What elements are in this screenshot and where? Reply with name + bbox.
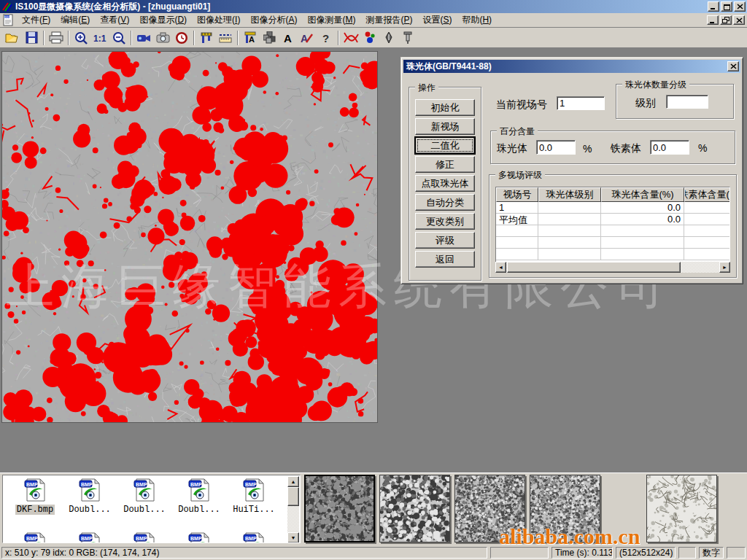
menu-view[interactable]: 查看(V)	[95, 12, 134, 28]
file-item-partial[interactable]: BMP	[9, 532, 61, 543]
file-item[interactable]: BMPDKF.bmp	[9, 478, 61, 515]
menu-settings[interactable]: 设置(S)	[417, 12, 457, 28]
menu-edit[interactable]: 编辑(E)	[55, 12, 95, 28]
help-button[interactable]: ?	[317, 29, 336, 47]
save-icon	[26, 31, 38, 44]
open-folder-icon	[5, 32, 20, 44]
scroll-right-button[interactable]: ►	[719, 262, 730, 273]
workspace: 上海巨缘智能系统有限公司 珠光体(GB/T9441-88) 操作 初始化 新视场…	[0, 48, 747, 472]
level-input[interactable]	[666, 95, 708, 109]
correct-button[interactable]: 修正	[415, 156, 475, 173]
pearlite-label: 珠光体	[497, 142, 527, 155]
table-row[interactable]: 1 0.0	[496, 202, 729, 214]
cell-grade	[538, 202, 601, 214]
save-button[interactable]	[22, 29, 41, 47]
photo-capture-button[interactable]	[153, 29, 172, 47]
annotate-tool-button[interactable]: A	[298, 29, 317, 47]
clock-icon	[175, 31, 188, 44]
thumbnail-5[interactable]	[646, 475, 717, 542]
col-ferrite-content[interactable]: 铁素体含量(%)	[684, 187, 730, 202]
menu-image-display[interactable]: 图像显示(D)	[134, 12, 192, 28]
scroll-down-button[interactable]: ▼	[287, 532, 299, 543]
menu-help[interactable]: 帮助(H)	[457, 12, 497, 28]
svg-text:BMP: BMP	[190, 536, 202, 541]
scroll-left-button[interactable]: ◄	[495, 262, 506, 273]
thumbnail-3[interactable]	[454, 475, 525, 542]
caliper-measure-button[interactable]	[197, 29, 216, 47]
mdi-minimize-button[interactable]	[707, 15, 719, 25]
table-row-empty	[496, 237, 729, 249]
bmp-file-icon: BMP	[241, 478, 266, 502]
file-item[interactable]: BMPHuiTi...	[228, 478, 280, 515]
col-field-number[interactable]: 视场号	[496, 187, 538, 202]
mdi-restore-button[interactable]	[720, 15, 732, 25]
file-browser-scrollbar[interactable]: ▲ ▼	[287, 476, 299, 543]
fill-tool-button[interactable]	[398, 29, 417, 47]
dialog-title-bar[interactable]: 珠光体(GB/T9441-88)	[403, 60, 740, 73]
pick-pearlite-button[interactable]: 点取珠光体	[415, 175, 475, 192]
file-name[interactable]: Doubl...	[177, 505, 222, 515]
zoom-in-button[interactable]	[71, 29, 90, 47]
file-item[interactable]: BMPDoubl...	[63, 478, 116, 515]
mdi-close-button[interactable]	[733, 15, 745, 25]
menu-file[interactable]: 文件(F)	[17, 12, 55, 28]
minimize-button[interactable]	[708, 1, 719, 12]
close-button[interactable]	[734, 1, 746, 12]
thumbnail-4[interactable]	[530, 475, 600, 542]
file-item-partial[interactable]: BMP	[63, 532, 116, 543]
merge-pattern-button[interactable]	[260, 29, 279, 47]
col-pearlite-grade[interactable]: 珠光体级别	[538, 187, 601, 202]
dialog-close-button[interactable]	[727, 61, 739, 71]
change-category-button[interactable]: 更改类别	[415, 213, 475, 230]
file-item-partial[interactable]: BMP	[173, 532, 225, 543]
rate-button[interactable]: 评级	[415, 232, 475, 249]
menu-image-processing[interactable]: 图像处理(I)	[192, 12, 245, 28]
file-name[interactable]: Doubl...	[122, 505, 167, 515]
col-pearlite-content[interactable]: 珠光体含量(%)	[601, 187, 684, 202]
particle-count-button[interactable]	[360, 29, 379, 47]
open-button[interactable]	[3, 29, 22, 47]
ferrite-percent-input[interactable]	[650, 140, 689, 155]
file-item[interactable]: BMPDoubl...	[118, 478, 171, 515]
actual-size-button[interactable]: 1:1	[90, 29, 109, 47]
current-field-input[interactable]	[557, 96, 605, 110]
file-item-partial[interactable]: BMP	[228, 532, 280, 543]
multi-field-table[interactable]: 视场号 珠光体级别 珠光体含量(%) 铁素体含量(%) 1 0.0 平均值	[495, 187, 730, 271]
specimen-image[interactable]	[1, 51, 378, 423]
timer-button[interactable]	[172, 29, 191, 47]
text-tool-button[interactable]: A	[279, 29, 298, 47]
file-name[interactable]: DKF.bmp	[15, 505, 55, 515]
pen-tool-button[interactable]	[379, 29, 398, 47]
menu-image-analysis[interactable]: 图像分析(A)	[245, 12, 302, 28]
document-icon[interactable]: DOC	[2, 14, 15, 26]
menu-measure-report[interactable]: 测量报告(P)	[360, 12, 417, 28]
file-item[interactable]: BMPDoubl...	[173, 478, 225, 515]
table-row[interactable]: 平均值 0.0	[496, 214, 729, 225]
video-capture-button[interactable]	[134, 29, 153, 47]
file-name[interactable]: Doubl...	[67, 505, 112, 515]
status-bar: x: 510 y: 79 idx: 0 RGB: (174, 174, 174)…	[0, 545, 747, 560]
initialize-button[interactable]: 初始化	[415, 99, 475, 116]
zoom-out-button[interactable]	[109, 29, 128, 47]
scrollbar-thumb[interactable]	[287, 487, 299, 506]
file-item-partial[interactable]: BMP	[118, 532, 171, 543]
distance-measure-button[interactable]	[216, 29, 235, 47]
print-button[interactable]	[47, 29, 66, 47]
text-icon: A	[283, 32, 293, 44]
operation-group-label: 操作	[415, 82, 438, 94]
maximize-button[interactable]	[721, 1, 732, 12]
scrollbar-thumb[interactable]	[507, 262, 681, 273]
auto-classify-button[interactable]: 自动分类	[415, 194, 475, 211]
menu-image-measure[interactable]: 图像测量(M)	[302, 12, 360, 28]
table-horizontal-scrollbar[interactable]: ◄ ►	[495, 262, 730, 273]
new-field-button[interactable]: 新视场	[415, 118, 475, 135]
scale-calibration-button[interactable]: A	[241, 29, 260, 47]
curve-tool-button[interactable]	[341, 29, 360, 47]
return-button[interactable]: 返回	[415, 251, 475, 268]
scroll-up-button[interactable]: ▲	[287, 476, 299, 487]
thumbnail-2[interactable]	[379, 475, 450, 542]
file-name[interactable]: HuiTi...	[231, 505, 276, 515]
thumbnail-1[interactable]	[304, 475, 375, 542]
binarize-button[interactable]: 二值化	[415, 137, 475, 154]
pearlite-percent-input[interactable]	[536, 140, 576, 155]
